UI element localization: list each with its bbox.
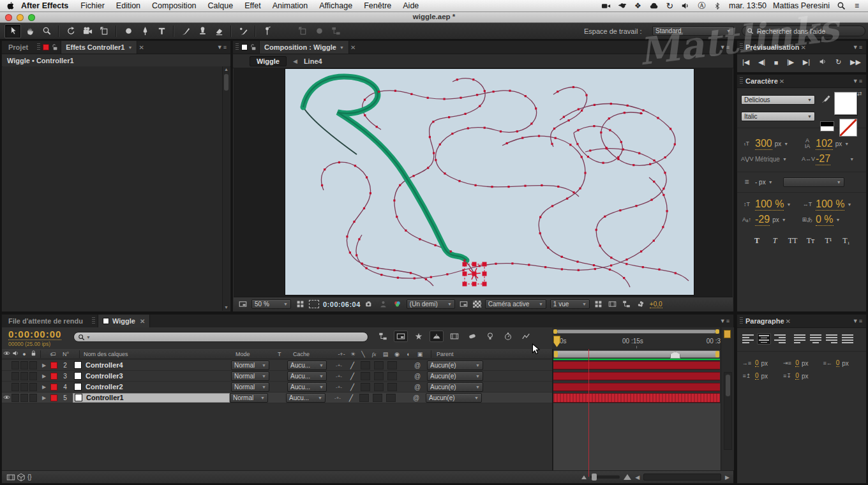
- parent-column-label[interactable]: Parent: [437, 351, 454, 357]
- leading-value[interactable]: 102: [816, 138, 833, 150]
- timeline-nav-scrollbar[interactable]: [553, 329, 719, 334]
- menu-aide[interactable]: Aide: [403, 1, 419, 10]
- eraser-tool[interactable]: [211, 25, 227, 38]
- clone-stamp-tool[interactable]: [195, 25, 210, 38]
- scroll-left-icon[interactable]: ◀: [635, 474, 640, 481]
- mode-column-label[interactable]: Mode: [236, 351, 278, 357]
- window-titlebar[interactable]: wiggle.aep *: [0, 12, 868, 23]
- layer-expand-arrow[interactable]: ▶: [38, 373, 50, 379]
- workspace-dropdown[interactable]: Standard▼: [652, 26, 734, 36]
- tab-character[interactable]: Caractère: [745, 77, 778, 85]
- layer-parent-dropdown[interactable]: Aucun(e)▼: [427, 361, 483, 370]
- solo-column-icon[interactable]: ●: [20, 351, 29, 357]
- align-right-button[interactable]: [773, 333, 787, 345]
- layer-solo-cell[interactable]: [20, 383, 28, 391]
- grid-guides-icon[interactable]: [594, 300, 604, 309]
- comp-viewer[interactable]: [234, 68, 733, 297]
- justify-all-button[interactable]: [841, 333, 855, 345]
- layer-mode-dropdown[interactable]: Normal▼: [231, 361, 269, 370]
- faux-italic-button[interactable]: T: [768, 236, 781, 246]
- roto-brush-tool[interactable]: [236, 25, 251, 38]
- timeline-timecode[interactable]: 0:00:00:00: [8, 329, 61, 340]
- roi-icon[interactable]: [459, 300, 469, 309]
- kerning-value[interactable]: Métrique: [755, 156, 780, 163]
- parent-pickwhip-icon[interactable]: @: [407, 394, 426, 401]
- timeline-button-icon[interactable]: [608, 300, 618, 309]
- panel-menu-icon[interactable]: ▼≡: [853, 44, 863, 50]
- timeline-vscrollbar[interactable]: [724, 372, 732, 450]
- nav-handle-right[interactable]: [715, 329, 719, 334]
- nav-handle-left[interactable]: [553, 329, 557, 334]
- font-family-dropdown[interactable]: Delicious▼: [741, 95, 815, 105]
- magnification-dropdown[interactable]: 50 %▼: [251, 299, 291, 309]
- menu-affichage[interactable]: Affichage: [319, 1, 352, 10]
- layer-parent-dropdown[interactable]: Aucun(e)▼: [427, 382, 483, 392]
- draft-3d-icon[interactable]: [394, 331, 408, 342]
- bw-swatch[interactable]: [820, 121, 834, 131]
- label-column-icon[interactable]: 🏷: [43, 351, 63, 357]
- switch-cell[interactable]: [387, 361, 397, 369]
- rotate-tool[interactable]: [63, 25, 79, 38]
- prev-frame-button[interactable]: ◀|: [758, 58, 765, 66]
- indent-right-value[interactable]: 0: [836, 359, 840, 367]
- layer-duration-bar-Controller2[interactable]: [553, 383, 720, 391]
- unlock-icon[interactable]: [250, 43, 257, 51]
- switch-cell[interactable]: [359, 394, 369, 402]
- switch-cell[interactable]: [361, 361, 370, 369]
- vertical-scale-value[interactable]: 100 %: [755, 198, 784, 211]
- active-camera-dropdown[interactable]: Caméra active▼: [485, 299, 546, 309]
- quality-switch[interactable]: ╱: [346, 373, 359, 380]
- superscript-button[interactable]: T¹: [822, 236, 835, 246]
- switch-cell[interactable]: [387, 383, 397, 391]
- switch-cell[interactable]: [387, 372, 397, 380]
- shy-layers-icon[interactable]: [412, 331, 426, 342]
- panel-menu-icon[interactable]: ▼≡: [720, 318, 730, 324]
- keyboard-layout-icon[interactable]: Ⓐ: [697, 1, 707, 11]
- layer-duration-bar-Controller4[interactable]: [553, 361, 720, 369]
- quality-switch[interactable]: ╱: [345, 394, 357, 401]
- layer-audio-cell[interactable]: [11, 394, 19, 402]
- close-tab-icon[interactable]: ✕: [779, 78, 784, 85]
- audio-button[interactable]: [819, 57, 827, 67]
- layer-audio-cell[interactable]: [11, 372, 19, 380]
- work-area-start-handle[interactable]: [554, 351, 558, 357]
- stroke-width-value[interactable]: - px: [755, 179, 766, 186]
- menu-fenetre[interactable]: Fenêtre: [364, 1, 391, 10]
- reset-exposure-icon[interactable]: [636, 300, 646, 309]
- tab-preview[interactable]: Prévisualisation: [745, 43, 799, 51]
- play-button[interactable]: |▶: [787, 58, 794, 66]
- menu-edition[interactable]: Edition: [116, 1, 140, 10]
- camera-tool[interactable]: [80, 25, 95, 38]
- layer-row-Controller1[interactable]: ▶5Controller1Normal▼Aucu...▼-+-╱@Aucun(e…: [2, 392, 552, 403]
- tracking-value[interactable]: -27: [816, 153, 830, 165]
- small-caps-button[interactable]: Tᴛ: [804, 236, 817, 246]
- region-of-interest-icon[interactable]: [295, 300, 305, 309]
- unlock-icon[interactable]: [51, 43, 59, 51]
- collapse-switch[interactable]: -+-: [332, 384, 346, 390]
- layer-expand-arrow[interactable]: ▶: [38, 362, 50, 368]
- motion-blur-icon[interactable]: [447, 331, 461, 342]
- layer-trkmat-dropdown[interactable]: Aucu...▼: [286, 393, 326, 403]
- auto-keyframe-icon[interactable]: [501, 331, 515, 342]
- layer-label-swatch[interactable]: [50, 373, 57, 380]
- justify-last-left-button[interactable]: [793, 333, 807, 345]
- time-ruler[interactable]: 0s 00 :15s 00 :3: [552, 335, 721, 349]
- layer-label-swatch[interactable]: [50, 362, 57, 369]
- comp-crumb-current[interactable]: Wiggle: [250, 56, 287, 66]
- zoom-in-mountain-icon[interactable]: [624, 474, 631, 480]
- align-center-button[interactable]: [757, 333, 771, 345]
- stroke-type-dropdown[interactable]: ▼: [783, 177, 844, 187]
- graph-editor-icon[interactable]: [519, 331, 533, 342]
- layer-lock-cell[interactable]: [29, 372, 37, 380]
- layer-name-cell[interactable]: Controller3: [73, 371, 231, 381]
- parent-pickwhip-icon[interactable]: @: [408, 384, 427, 391]
- expand-inout-icon[interactable]: {}: [27, 474, 32, 481]
- bluetooth-icon[interactable]: [713, 1, 722, 11]
- fill-color-swatch[interactable]: [834, 92, 857, 115]
- layer-name-cell[interactable]: Controller2: [73, 382, 231, 392]
- switch-cell[interactable]: [373, 394, 382, 402]
- all-caps-button[interactable]: TT: [786, 236, 799, 246]
- twitter-icon[interactable]: [617, 1, 627, 11]
- layer-solo-cell[interactable]: [20, 394, 28, 402]
- layer-audio-cell[interactable]: [11, 361, 19, 369]
